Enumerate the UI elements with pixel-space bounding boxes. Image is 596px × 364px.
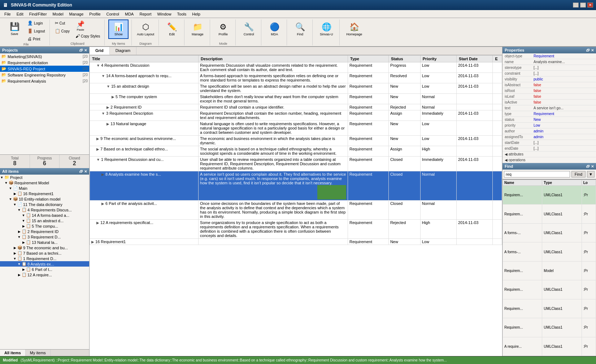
find-result-row[interactable]: A forms-...UMLClass1:Pr — [503, 223, 596, 242]
tree-item[interactable]: ▼📋8 Analysts ex... — [0, 261, 89, 267]
table-row[interactable]: ▶ 9 The economic and business environme.… — [90, 136, 502, 146]
props-value[interactable]: [...] — [531, 140, 596, 146]
expand-icon[interactable]: ▼ — [106, 84, 110, 88]
menu-item-findfilter[interactable]: Find/Filter — [26, 11, 50, 17]
expand-icon[interactable]: ▼ — [101, 111, 105, 115]
project-item[interactable]: 📂Requirement elicitation[20 — [0, 60, 89, 66]
find-restore-icon[interactable]: 🗗 — [586, 165, 590, 168]
tree-item[interactable]: ▶📋13 Natural la... — [0, 240, 89, 245]
expand-icon[interactable]: ▼ — [96, 63, 100, 67]
tree-item[interactable]: ▼📋4 Requirements Discus... — [0, 207, 89, 212]
expand-icon[interactable]: ▶ — [101, 172, 104, 176]
expand-icon[interactable]: ▶ — [106, 105, 109, 109]
table-row[interactable]: ▼ 1 Requirement Discussion and cu... Use… — [90, 157, 502, 171]
find-result-row[interactable]: Requirem...UMLClass1:Pr — [503, 186, 596, 205]
expand-icon[interactable]: ▼ — [96, 158, 100, 162]
menu-item-tools[interactable]: Tools — [174, 11, 190, 17]
menu-item-mda[interactable]: MDA — [122, 11, 136, 17]
props-value[interactable]: Low — [531, 123, 596, 128]
find-dropdown-button[interactable]: ▼ — [587, 171, 595, 177]
all-items-restore-icon[interactable]: 🗗 — [79, 170, 83, 174]
all-items-close-icon[interactable]: ✕ — [84, 170, 87, 174]
homepage-button[interactable]: 🏠 Homepage — [343, 19, 365, 39]
find-result-row[interactable]: Requirem...UMLClass1:Pr — [503, 299, 596, 318]
expand-icon[interactable]: ▶ — [96, 221, 99, 225]
props-expandable-row[interactable]: ◀ attributes — [503, 152, 596, 157]
props-value[interactable]: A service isn't go... — [531, 105, 596, 111]
props-value[interactable]: [...] — [531, 71, 596, 76]
expand-icon[interactable]: ▼ — [101, 74, 105, 78]
table-row[interactable]: ▼ 14 A forms-based approach to requ... A… — [90, 73, 502, 83]
tree-item[interactable]: ▼📋1 Requirement D... — [0, 256, 89, 261]
expand-icon[interactable]: ▶ — [96, 147, 99, 151]
tree-item[interactable]: ▶📋12 A require... — [0, 272, 89, 277]
tree-item[interactable]: ▶📋7 Based on a techni... — [0, 250, 89, 256]
find-result-row[interactable]: Requirem...UMLClass1:Pr — [503, 205, 596, 223]
menu-item-window[interactable]: Window — [154, 11, 174, 17]
tree-item[interactable]: ▼📁Project — [0, 175, 89, 180]
table-row[interactable]: ▶ 5 The computer system Stakeholders oft… — [90, 94, 502, 104]
expand-icon[interactable]: ▶ — [101, 202, 104, 206]
tree-item[interactable]: ▶📋5 The compu... — [0, 223, 89, 229]
menu-item-report[interactable]: Report — [136, 11, 154, 17]
props-value[interactable]: New — [531, 117, 596, 123]
projects-close-icon[interactable]: ✕ — [84, 48, 87, 52]
menu-item-manage[interactable]: Manage — [66, 11, 87, 17]
show-button[interactable]: 📊 Show — [108, 19, 129, 39]
project-item[interactable]: 📂Requirement Analysis[20 — [0, 78, 89, 84]
sinvas-u-button[interactable]: 🌐 Sinvas-U — [316, 19, 336, 39]
properties-close-icon[interactable]: ✕ — [591, 48, 594, 52]
project-item[interactable]: 📂SINVAS-REQ Project[20 — [0, 66, 89, 72]
expand-icon[interactable]: ▶ — [96, 137, 99, 141]
cut-button[interactable]: ✂ Cut — [53, 19, 71, 27]
close-button[interactable]: ✕ — [587, 3, 593, 8]
save-button[interactable]: 💾 Save — [6, 19, 23, 38]
find-result-row[interactable]: Requirem...UMLClass1:Pr — [503, 280, 596, 299]
find-close-icon[interactable]: ✕ — [591, 165, 594, 168]
tree-item[interactable]: ▼📋15 an abstract d... — [0, 218, 89, 223]
find-result-row[interactable]: A require...UMLClass1:Pr — [503, 337, 596, 356]
props-value[interactable]: [...] — [531, 65, 596, 71]
projects-restore-icon[interactable]: 🗗 — [79, 48, 83, 52]
props-value[interactable]: admin — [531, 128, 596, 134]
tree-item[interactable]: ▶📦9 The economic and bu... — [0, 245, 89, 250]
props-value[interactable]: false — [531, 82, 596, 88]
tree-item[interactable]: ▶📋2 Requirement ID — [0, 229, 89, 234]
copy-button[interactable]: 📋 Copy — [53, 27, 71, 35]
props-value[interactable]: Analysts examine... — [531, 59, 596, 65]
login-button[interactable]: 👤 Login — [26, 19, 47, 27]
table-row[interactable]: ▶ 8 Analysts examine how the s... A serv… — [90, 171, 502, 201]
tree-item[interactable]: ▼📦Requirement Model — [0, 180, 89, 185]
paste-button[interactable]: 📌 Paste — [74, 19, 87, 32]
find-result-row[interactable]: A forms-...UMLClass1:Pr — [503, 242, 596, 261]
table-row[interactable]: ▶ 16 Requirement1 Requirement New Low — [90, 239, 502, 245]
props-value[interactable]: public — [531, 76, 596, 82]
table-row[interactable]: ▼ 15 an abstract design The specificatio… — [90, 83, 502, 94]
tree-item[interactable]: ▼📄11 The data dictionary — [0, 202, 89, 207]
project-item[interactable]: 📂Marketing(SINVAS)[20 — [0, 53, 89, 60]
tree-item[interactable]: ▶📋6 Part of t... — [0, 267, 89, 272]
find-button[interactable]: 🔍 Find — [291, 19, 309, 39]
tree-item[interactable]: ▼📋3 Requirement D... — [0, 234, 89, 240]
table-row[interactable]: ▶ 13 Natural language Natural language i… — [90, 121, 502, 136]
props-value[interactable]: false — [531, 100, 596, 105]
table-row[interactable]: ▶ 12 A requirements specificat... Some o… — [90, 220, 502, 239]
properties-restore-icon[interactable]: 🗗 — [586, 48, 590, 52]
auto-layout-button[interactable]: ⬡ Auto Layout — [135, 19, 156, 39]
props-value[interactable]: Requirement — [531, 53, 596, 59]
props-expandable-row[interactable]: ◀ operations — [503, 157, 596, 163]
mda-button[interactable]: 🔵 MDA — [265, 19, 284, 39]
logout-button[interactable]: 🚪 Logout — [26, 27, 47, 35]
table-row[interactable]: ▶ 6 Part of the analysis activit... Once… — [90, 201, 502, 220]
edit-button[interactable]: ✏️ Edit — [162, 19, 181, 39]
minimize-button[interactable]: _ — [573, 3, 579, 8]
find-input[interactable] — [504, 171, 570, 177]
find-result-row[interactable]: Requirem...Model:Pr — [503, 261, 596, 280]
tab-diagram[interactable]: Diagram — [110, 47, 137, 55]
tree-item[interactable]: ▼📄Main — [0, 185, 89, 191]
menu-item-edit[interactable]: Edit — [14, 11, 26, 17]
props-expandable[interactable]: ◀ operations — [503, 157, 596, 163]
props-value[interactable]: admin — [531, 134, 596, 140]
tab-grid[interactable]: Grid — [90, 47, 110, 55]
menu-item-model[interactable]: Model — [50, 11, 66, 17]
